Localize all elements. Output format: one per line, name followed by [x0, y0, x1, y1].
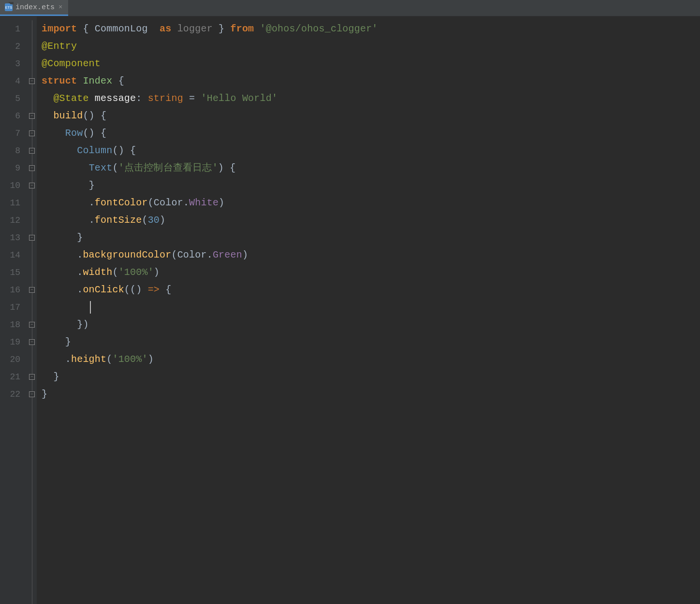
token-string-green: '@ohos/ohos_clogger': [260, 23, 378, 34]
fold-close-icon[interactable]: −: [29, 339, 35, 345]
line-number: 18: [0, 316, 27, 333]
code-line[interactable]: struct Index {: [42, 72, 700, 90]
token-dot: .: [77, 249, 83, 260]
code-line[interactable]: }: [42, 368, 700, 386]
token-punct: :: [136, 93, 147, 104]
token-struct-name: Index: [83, 75, 118, 86]
token-func-name: fontSize: [95, 215, 142, 226]
token-white-text: [42, 302, 89, 313]
fold-marker[interactable]: −: [27, 177, 37, 194]
fold-open-icon[interactable]: −: [29, 130, 35, 136]
fold-marker[interactable]: −: [27, 159, 37, 177]
token-string-green: '100%': [112, 354, 147, 365]
token-decorator: @Entry: [42, 41, 77, 52]
code-line[interactable]: }: [42, 333, 700, 351]
code-line[interactable]: .fontColor(Color.White): [42, 194, 700, 212]
code-line[interactable]: .onClick(() => {: [42, 281, 700, 299]
fold-open-icon[interactable]: −: [29, 287, 35, 293]
token-white-text: [42, 180, 89, 191]
token-brace: {: [130, 145, 136, 156]
code-line[interactable]: @Entry: [42, 38, 700, 55]
fold-marker[interactable]: −: [27, 316, 37, 333]
vertical-scrollbar[interactable]: [693, 16, 700, 604]
code-line[interactable]: Column() {: [42, 142, 700, 159]
line-number: 22: [0, 386, 27, 403]
code-line[interactable]: .backgroundColor(Color.Green): [42, 246, 700, 264]
token-paren: (: [106, 354, 112, 365]
fold-marker[interactable]: −: [27, 107, 37, 125]
code-line[interactable]: .fontSize(30): [42, 212, 700, 229]
fold-marker: [27, 264, 37, 281]
fold-marker[interactable]: −: [27, 333, 37, 351]
fold-close-icon[interactable]: −: [29, 235, 35, 241]
line-number: 3: [0, 55, 27, 72]
code-line[interactable]: .width('100%'): [42, 264, 700, 281]
close-tab-icon[interactable]: ×: [58, 3, 63, 11]
fold-marker: [27, 351, 37, 368]
fold-marker[interactable]: −: [27, 386, 37, 403]
token-white-text: [42, 145, 77, 156]
token-paren: ): [242, 249, 248, 260]
token-string-green: '100%': [118, 267, 154, 278]
file-tab[interactable]: ETS index.ets ×: [0, 0, 68, 16]
token-prop: White: [189, 197, 219, 208]
fold-close-icon[interactable]: −: [29, 391, 35, 397]
token-func-name: onClick: [83, 284, 124, 295]
line-number: 15: [0, 264, 27, 281]
code-line[interactable]: }): [42, 316, 700, 333]
line-number: 19: [0, 333, 27, 351]
token-paren: ): [154, 267, 160, 278]
code-line[interactable]: }: [42, 386, 700, 403]
token-func-call: Text: [89, 162, 113, 173]
token-brace: }: [77, 232, 83, 243]
code-line[interactable]: [42, 299, 700, 316]
token-white-text: [42, 284, 77, 295]
code-content[interactable]: import { CommonLog as logger } from '@oh…: [37, 16, 700, 604]
token-white-text: [42, 110, 53, 121]
fold-close-icon[interactable]: −: [29, 183, 35, 188]
code-line[interactable]: Row() {: [42, 125, 700, 142]
token-text-label: Color: [177, 249, 207, 260]
token-white-text: [42, 267, 77, 278]
line-number: 6: [0, 107, 27, 125]
fold-open-icon[interactable]: −: [29, 165, 35, 171]
token-func-name: width: [83, 267, 112, 278]
token-func-name: height: [71, 354, 106, 365]
code-line[interactable]: import { CommonLog as logger } from '@oh…: [42, 20, 700, 38]
code-line[interactable]: }: [42, 229, 700, 246]
fold-open-icon[interactable]: −: [29, 148, 35, 154]
token-string-green: '点击控制台查看日志': [118, 162, 218, 173]
fold-marker: [27, 246, 37, 264]
token-brace: {: [101, 128, 106, 139]
fold-marker[interactable]: −: [27, 142, 37, 159]
fold-marker[interactable]: −: [27, 125, 37, 142]
fold-marker[interactable]: −: [27, 281, 37, 299]
fold-marker[interactable]: −: [27, 72, 37, 90]
fold-open-icon[interactable]: −: [29, 78, 35, 84]
token-brace: {: [230, 162, 235, 173]
token-from-kw: from: [231, 23, 260, 34]
code-line[interactable]: Text('点击控制台查看日志') {: [42, 159, 700, 177]
code-line[interactable]: @State message: string = 'Hello World': [42, 90, 700, 107]
line-number: 4: [0, 72, 27, 90]
code-line[interactable]: build() {: [42, 107, 700, 125]
code-line[interactable]: .height('100%'): [42, 351, 700, 368]
code-editor[interactable]: 12345678910111213141516171819202122 −−−−…: [0, 16, 700, 604]
fold-close-icon[interactable]: −: [29, 374, 35, 380]
code-line[interactable]: @Component: [42, 55, 700, 72]
token-brace: {: [118, 75, 124, 86]
token-white-text: [42, 371, 53, 382]
token-paren: ): [219, 197, 224, 208]
token-func-name: fontColor: [95, 197, 148, 208]
fold-close-icon[interactable]: −: [29, 322, 35, 328]
fold-open-icon[interactable]: −: [29, 113, 35, 119]
token-dot: .: [183, 197, 189, 208]
code-line[interactable]: }: [42, 177, 700, 194]
token-dot: .: [65, 354, 71, 365]
token-paren: ): [160, 215, 165, 226]
token-white-text: [42, 197, 89, 208]
line-number: 1: [0, 20, 27, 38]
fold-marker[interactable]: −: [27, 368, 37, 386]
token-white-text: [42, 336, 65, 347]
fold-marker[interactable]: −: [27, 229, 37, 246]
